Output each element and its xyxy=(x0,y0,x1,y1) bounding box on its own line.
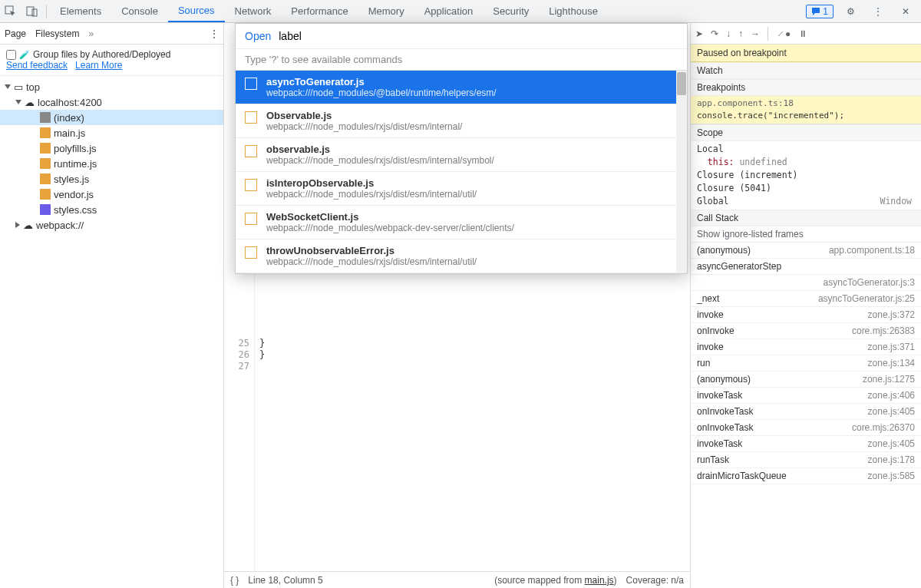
stack-frame[interactable]: _nextasyncToGenerator.js:25 xyxy=(691,291,921,307)
file-icon xyxy=(40,127,51,138)
tree-host[interactable]: ☁localhost:4200 xyxy=(0,94,223,110)
file-tree: ▭top ☁localhost:4200 (index)main.jspolyf… xyxy=(0,76,223,588)
inspect-icon[interactable] xyxy=(0,1,21,22)
deactivate-bp-icon[interactable]: ⟋● xyxy=(776,28,791,39)
messages-count: 1 xyxy=(823,6,828,17)
tree-file[interactable]: runtime.js xyxy=(0,156,223,171)
call-stack-list: (anonymous)app.component.ts:18asyncGener… xyxy=(691,243,921,588)
file-icon xyxy=(40,112,51,123)
coverage-status: Coverage: n/a xyxy=(626,575,684,586)
stack-frame[interactable]: asyncGeneratorStep xyxy=(691,259,921,275)
nav-more-icon[interactable]: ⋮ xyxy=(210,28,219,39)
stack-frame[interactable]: invokezone.js:372 xyxy=(691,307,921,323)
panel-tab-application[interactable]: Application xyxy=(414,0,484,22)
command-menu: Open Type '?' to see available commands … xyxy=(235,23,688,274)
resume-icon[interactable]: ➤ xyxy=(695,28,703,39)
nav-tab-filesystem[interactable]: Filesystem xyxy=(35,28,79,39)
tree-file[interactable]: styles.js xyxy=(0,171,223,187)
group-files-input[interactable] xyxy=(6,50,16,60)
stack-frame[interactable]: drainMicroTaskQueuezone.js:585 xyxy=(691,468,921,484)
panel-tabs: ElementsConsoleSourcesNetworkPerformance… xyxy=(50,0,806,22)
breakpoint-item[interactable]: app.component.ts:18 console.trace("incre… xyxy=(691,96,921,124)
cmd-open-label: Open xyxy=(245,30,271,42)
paused-banner: Paused on breakpoint xyxy=(691,45,921,62)
group-files-checkbox[interactable]: 🧪 Group files by Authored/Deployed xyxy=(6,49,217,60)
learn-more-link[interactable]: Learn More xyxy=(75,60,122,71)
pause-exceptions-icon[interactable]: ⏸ xyxy=(798,28,807,39)
tree-file[interactable]: vendor.js xyxy=(0,187,223,202)
cmd-results: asyncToGenerator.jswebpack:///node_modul… xyxy=(236,71,687,273)
tree-file[interactable]: main.js xyxy=(0,125,223,140)
watch-section[interactable]: Watch xyxy=(691,62,921,79)
settings-icon[interactable]: ⚙ xyxy=(840,1,861,22)
file-icon xyxy=(245,145,257,157)
callstack-section[interactable]: Call Stack xyxy=(691,210,921,226)
stack-frame[interactable]: asyncToGenerator.js:3 xyxy=(691,275,921,291)
cmd-result-item[interactable]: Observable.jswebpack:///node_modules/rxj… xyxy=(236,104,687,138)
frame-icon: ▭ xyxy=(14,81,23,93)
step-out-icon[interactable]: ↑ xyxy=(738,28,743,39)
step-icon[interactable]: → xyxy=(751,28,760,39)
messages-badge[interactable]: 1 xyxy=(806,5,834,18)
cmd-input[interactable] xyxy=(279,30,678,42)
stack-frame[interactable]: onInvokecore.mjs:26383 xyxy=(691,323,921,339)
braces-icon[interactable]: { } xyxy=(230,575,239,586)
file-icon xyxy=(40,204,51,215)
tree-top[interactable]: ▭top xyxy=(0,79,223,94)
tree-file[interactable]: styles.css xyxy=(0,202,223,217)
file-icon xyxy=(40,173,51,184)
file-icon xyxy=(245,111,257,124)
show-ignored-frames[interactable]: Show ignore-listed frames xyxy=(691,226,921,243)
step-over-icon[interactable]: ↷ xyxy=(711,28,718,39)
panel-tab-security[interactable]: Security xyxy=(483,0,539,22)
cmd-result-item[interactable]: observable.jswebpack:///node_modules/rxj… xyxy=(236,138,687,172)
editor-statusbar: { } Line 18, Column 5 (source mapped fro… xyxy=(224,571,690,588)
tree-file[interactable]: polyfills.js xyxy=(0,140,223,156)
stack-frame[interactable]: invokeTaskzone.js:406 xyxy=(691,388,921,404)
device-toggle-icon[interactable] xyxy=(21,1,43,22)
tree-file[interactable]: (index) xyxy=(0,110,223,125)
stack-frame[interactable]: onInvokeTaskcore.mjs:26370 xyxy=(691,420,921,436)
stack-frame[interactable]: invokeTaskzone.js:405 xyxy=(691,436,921,452)
stack-frame[interactable]: runTaskzone.js:178 xyxy=(691,452,921,468)
panel-tab-sources[interactable]: Sources xyxy=(168,0,225,22)
scope-section[interactable]: Scope xyxy=(691,124,921,141)
cloud-icon: ☁ xyxy=(25,97,35,108)
cursor-position: Line 18, Column 5 xyxy=(248,575,322,586)
stack-frame[interactable]: (anonymous)zone.js:1275 xyxy=(691,372,921,388)
close-icon[interactable]: ✕ xyxy=(895,1,916,22)
send-feedback-link[interactable]: Send feedback xyxy=(6,60,68,71)
cmd-result-item[interactable]: WebSocketClient.jswebpack:///node_module… xyxy=(236,206,687,239)
panel-tab-network[interactable]: Network xyxy=(225,0,282,22)
cmd-hint: Type '?' to see available commands xyxy=(236,48,687,71)
navigator-panel: Page Filesystem » ⋮ 🧪 Group files by Aut… xyxy=(0,23,224,588)
svg-rect-1 xyxy=(27,7,34,15)
panel-tab-performance[interactable]: Performance xyxy=(281,0,358,22)
file-icon xyxy=(40,189,51,200)
file-icon xyxy=(40,143,51,154)
source-map-link[interactable]: main.js xyxy=(585,575,614,586)
devtools-topbar: ElementsConsoleSourcesNetworkPerformance… xyxy=(0,0,921,23)
tree-webpack[interactable]: ☁webpack:// xyxy=(0,217,223,233)
nav-tab-page[interactable]: Page xyxy=(5,28,26,39)
nav-tab-more-icon[interactable]: » xyxy=(88,28,94,39)
step-into-icon[interactable]: ↓ xyxy=(726,28,731,39)
file-icon xyxy=(245,213,257,225)
stack-frame[interactable]: onInvokeTaskzone.js:405 xyxy=(691,404,921,420)
cmd-result-item[interactable]: asyncToGenerator.jswebpack:///node_modul… xyxy=(236,71,687,104)
cmd-result-item[interactable]: throwUnobservableError.jswebpack:///node… xyxy=(236,239,687,273)
cmd-result-item[interactable]: isInteropObservable.jswebpack:///node_mo… xyxy=(236,172,687,206)
debugger-panel: ➤ ↷ ↓ ↑ → ⟋● ⏸ Paused on breakpoint Watc… xyxy=(691,23,921,588)
stack-frame[interactable]: runzone.js:134 xyxy=(691,355,921,372)
panel-tab-elements[interactable]: Elements xyxy=(50,0,111,22)
more-icon[interactable]: ⋮ xyxy=(867,1,889,22)
panel-tab-lighthouse[interactable]: Lighthouse xyxy=(539,0,608,22)
scrollbar-thumb[interactable] xyxy=(677,72,686,95)
stack-frame[interactable]: invokezone.js:371 xyxy=(691,339,921,355)
panel-tab-console[interactable]: Console xyxy=(111,0,168,22)
stack-frame[interactable]: (anonymous)app.component.ts:18 xyxy=(691,243,921,259)
file-icon xyxy=(40,158,51,169)
panel-tab-memory[interactable]: Memory xyxy=(358,0,414,22)
file-icon xyxy=(245,246,257,259)
breakpoints-section[interactable]: Breakpoints xyxy=(691,79,921,96)
